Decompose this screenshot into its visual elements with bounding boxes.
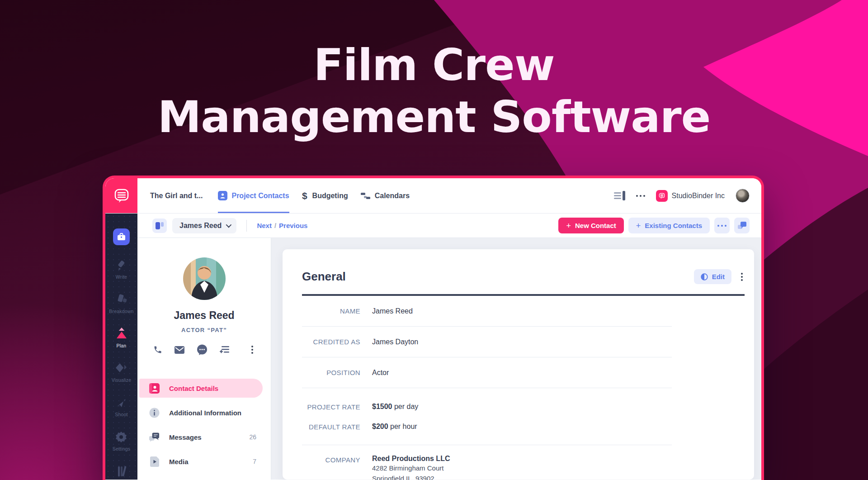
contact-name: James Reed: [137, 309, 271, 322]
info-icon: [149, 408, 160, 418]
panel-nav-additional-information[interactable]: Additional Information: [139, 403, 263, 422]
project-title[interactable]: The Girl and t...: [150, 178, 203, 213]
sidebar-item-shoot[interactable]: Shoot: [115, 383, 127, 417]
playlist-add-icon[interactable]: [220, 345, 230, 354]
sidebar-item-settings[interactable]: Settings: [113, 417, 131, 451]
breakdown-icon: [115, 293, 128, 305]
more-horizontal-icon[interactable]: [636, 195, 645, 197]
rate-unit: per day: [392, 403, 419, 410]
contact-role: ACTOR “PAT”: [137, 327, 271, 333]
media-count: 7: [253, 458, 256, 465]
studiobinder-logo-icon: [113, 187, 130, 205]
contact-selector-dropdown[interactable]: James Reed: [172, 218, 236, 233]
sidebar: Write Breakdown Plan: [105, 214, 137, 480]
phone-icon[interactable]: [153, 345, 162, 354]
contact-card-icon: [218, 191, 227, 200]
svg-text:$: $: [302, 190, 307, 201]
edit-button[interactable]: Edit: [694, 269, 731, 284]
nav-right: StudioBinder Inc: [614, 178, 761, 213]
field-label: POSITION: [302, 369, 360, 376]
field-row-position: POSITION Actor: [302, 357, 745, 388]
page: Film Crew Management Software The Girl a…: [0, 0, 868, 480]
general-card-header: General Edit: [302, 269, 745, 284]
contact-details-icon: [149, 383, 160, 394]
card-kebab-icon[interactable]: [739, 271, 745, 283]
panel-nav-label: Contact Details: [169, 385, 218, 392]
field-row-project-rate: PROJECT RATE $1500 per day: [302, 397, 745, 417]
app-window: The Girl and t... Project Contacts $ Bud…: [103, 176, 764, 480]
panel-nav-media[interactable]: Media 7: [139, 452, 263, 471]
field-row-default-rate: DEFAULT RATE $200 per hour: [302, 417, 745, 437]
rate-amount: $1500: [372, 403, 392, 410]
chat-forward-icon: [738, 222, 746, 229]
general-card: General Edit: [283, 249, 754, 480]
field-label: NAME: [302, 307, 360, 315]
gantt-icon: [361, 192, 371, 200]
user-avatar[interactable]: [736, 189, 750, 203]
contact-toolbar: James Reed Next / Previous + New Contact: [137, 214, 761, 238]
sidebar-item-plan[interactable]: Plan: [115, 314, 128, 348]
hero-title-line1: Film Crew: [0, 39, 868, 91]
field-row-name: NAME James Reed: [302, 296, 745, 326]
sidebar-item-label: Write: [116, 274, 127, 280]
tab-label: Project Contacts: [231, 192, 289, 200]
shoot-icon: [115, 398, 127, 409]
split-view-icon: [156, 222, 164, 229]
contact-panel-nav: Contact Details Additional Information: [137, 379, 271, 480]
sidebar-item-label: Visualize: [112, 377, 132, 383]
field-label: CREDITED AS: [302, 338, 360, 346]
chat-icon[interactable]: [197, 344, 208, 355]
view-toggle-button[interactable]: [152, 219, 167, 233]
sidebar-item-label: Settings: [113, 446, 131, 451]
new-contact-button[interactable]: + New Contact: [558, 218, 623, 233]
org-name: StudioBinder Inc: [672, 192, 725, 200]
more-horizontal-icon: [717, 225, 726, 227]
contact-actions: [137, 344, 271, 356]
layout-list-icon[interactable]: [614, 191, 625, 200]
project-home-button[interactable]: [113, 228, 130, 245]
sidebar-item-breakdown[interactable]: Breakdown: [109, 280, 133, 314]
plus-icon: +: [566, 222, 571, 230]
card-title: General: [302, 270, 346, 284]
org-switcher[interactable]: StudioBinder Inc: [656, 190, 725, 202]
hero-title-line2: Management Software: [0, 91, 868, 143]
tab-budgeting[interactable]: $ Budgeting: [302, 178, 348, 213]
edit-label: Edit: [712, 273, 725, 280]
field-value: James Dayton: [372, 338, 418, 346]
studiobinder-logo-button[interactable]: [105, 178, 137, 213]
messages-count: 26: [249, 433, 256, 441]
field-row-company: COMPANY Reed Productions LLC 4282 Birmin…: [302, 445, 745, 480]
panel-nav-label: Additional Information: [169, 409, 241, 417]
messages-icon: [149, 432, 160, 442]
existing-contacts-label: Existing Contacts: [645, 222, 702, 229]
contact-avatar: [183, 257, 226, 300]
dollar-icon: $: [302, 190, 308, 201]
email-icon[interactable]: [175, 346, 184, 354]
contact-kebab-icon[interactable]: [250, 344, 255, 356]
company-name: Reed Productions LLC: [372, 455, 450, 463]
next-link[interactable]: Next: [257, 222, 272, 229]
existing-contacts-button[interactable]: + Existing Contacts: [628, 218, 710, 233]
rate-unit: per hour: [388, 423, 417, 430]
sidebar-item-visualize[interactable]: Visualize: [112, 348, 132, 383]
sidebar-item-write[interactable]: Write: [116, 245, 127, 280]
pager: Next / Previous: [257, 222, 307, 229]
share-contact-button[interactable]: [734, 218, 750, 233]
panel-nav-contact-details[interactable]: Contact Details: [139, 379, 263, 398]
tab-project-contacts[interactable]: Project Contacts: [218, 178, 289, 213]
field-row-credited-as: CREDITED AS James Dayton: [302, 327, 745, 357]
tab-calendars[interactable]: Calendars: [361, 178, 410, 213]
panel-nav-partial-item[interactable]: [139, 476, 263, 480]
chevron-down-icon: [226, 222, 232, 228]
visualize-icon: [115, 362, 127, 374]
contact-panel: James Reed ACTOR “PAT”: [137, 238, 271, 480]
more-options-button[interactable]: [714, 218, 730, 233]
top-nav: The Girl and t... Project Contacts $ Bud…: [105, 178, 761, 214]
field-label: COMPANY: [302, 455, 360, 480]
previous-link[interactable]: Previous: [279, 222, 307, 229]
panel-nav-messages[interactable]: Messages 26: [139, 428, 263, 447]
sidebar-item-resources[interactable]: Resources: [110, 451, 133, 480]
sidebar-item-label: Shoot: [115, 412, 127, 417]
panel-nav-label: Media: [169, 458, 189, 466]
company-address-line2: Springfield IL, 93902: [372, 473, 450, 480]
